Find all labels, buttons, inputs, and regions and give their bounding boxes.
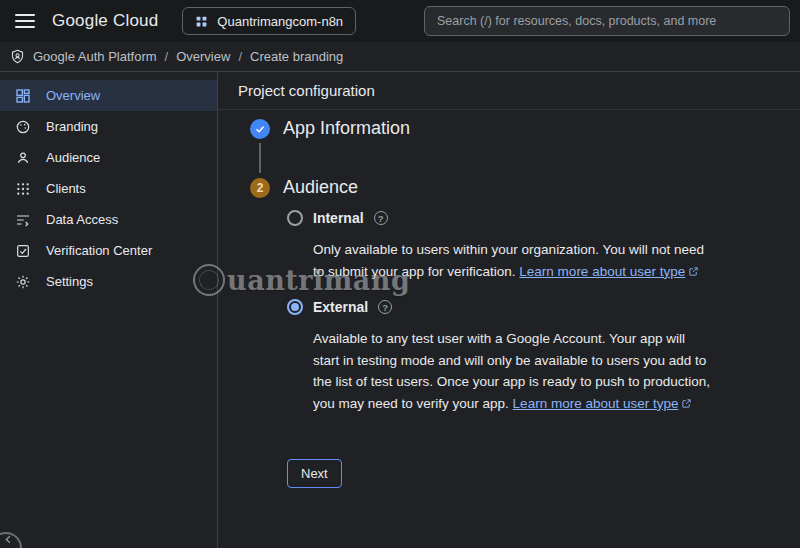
step-label: App Information — [283, 118, 410, 139]
radio-external[interactable]: External ? — [287, 299, 392, 315]
radio-internal-label: Internal — [313, 210, 364, 226]
search-input[interactable] — [424, 6, 790, 36]
internal-description: Only available to users within your orga… — [313, 239, 713, 283]
external-description: Available to any test user with a Google… — [313, 328, 713, 415]
sidebar-item-overview[interactable]: Overview — [0, 80, 217, 111]
breadcrumb-auth-platform[interactable]: Google Auth Platform — [33, 49, 157, 64]
step-completed-icon — [250, 119, 270, 139]
radio-external-circle — [287, 299, 303, 315]
breadcrumb-bar: Google Auth Platform / Overview / Create… — [0, 42, 800, 72]
audience-step-body: Internal ? Only available to users withi… — [287, 210, 800, 488]
page-title: Project configuration — [238, 82, 375, 99]
verification-center-icon — [14, 242, 32, 260]
step-app-information: App Information — [250, 118, 800, 139]
sidebar-item-label: Branding — [46, 119, 98, 134]
help-icon[interactable]: ? — [378, 300, 392, 314]
branding-icon — [14, 118, 32, 136]
audience-icon — [14, 149, 32, 167]
radio-internal-circle — [287, 210, 303, 226]
sidebar-item-audience[interactable]: Audience — [0, 142, 217, 173]
auth-platform-icon — [10, 49, 25, 64]
external-link-icon — [688, 262, 699, 284]
breadcrumb-separator: / — [238, 49, 242, 64]
google-cloud-logo[interactable]: Google Cloud — [52, 11, 158, 31]
breadcrumb-separator: / — [165, 49, 169, 64]
sidebar-item-verification-center[interactable]: Verification Center — [0, 235, 217, 266]
breadcrumb-create-branding[interactable]: Create branding — [250, 49, 343, 64]
learn-more-link[interactable]: Learn more about user type — [513, 396, 693, 411]
sidebar-item-branding[interactable]: Branding — [0, 111, 217, 142]
step-audience: 2 Audience — [250, 177, 800, 198]
radio-internal[interactable]: Internal ? — [287, 210, 388, 226]
breadcrumb-overview[interactable]: Overview — [176, 49, 230, 64]
sidebar-item-label: Audience — [46, 150, 100, 165]
help-icon[interactable]: ? — [374, 211, 388, 225]
overview-icon — [14, 87, 32, 105]
clients-icon — [14, 180, 32, 198]
step-label: Audience — [283, 177, 358, 198]
sidebar-item-settings[interactable]: Settings — [0, 266, 217, 297]
sidebar: Overview Branding Audience — [0, 72, 218, 548]
menu-icon[interactable] — [10, 6, 40, 36]
external-link-icon — [681, 394, 692, 416]
sidebar-item-label: Settings — [46, 274, 93, 289]
learn-more-link[interactable]: Learn more about user type — [519, 264, 699, 279]
sidebar-item-label: Overview — [46, 88, 100, 103]
project-selector[interactable]: Quantrimangcom-n8n — [182, 7, 356, 35]
next-button[interactable]: Next — [287, 459, 342, 488]
scroll-left-icon[interactable] — [3, 534, 14, 545]
sidebar-item-clients[interactable]: Clients — [0, 173, 217, 204]
breadcrumb: Google Auth Platform / Overview / Create… — [33, 49, 343, 64]
radio-external-label: External — [313, 299, 368, 315]
learn-more-link-text: Learn more about user type — [513, 396, 679, 411]
topbar: Google Cloud Quantrimangcom-n8n — [0, 0, 800, 42]
settings-icon — [14, 273, 32, 291]
app-shell: Overview Branding Audience — [0, 72, 800, 548]
project-configuration-wizard: App Information 2 Audience Internal ? On… — [218, 110, 800, 488]
step-connector — [259, 143, 261, 173]
project-name: Quantrimangcom-n8n — [217, 14, 343, 29]
data-access-icon — [14, 211, 32, 229]
main-header: Project configuration — [218, 72, 800, 110]
sidebar-item-data-access[interactable]: Data Access — [0, 204, 217, 235]
learn-more-link-text: Learn more about user type — [519, 264, 685, 279]
sidebar-item-label: Clients — [46, 181, 86, 196]
sidebar-item-label: Data Access — [46, 212, 118, 227]
step-number-icon: 2 — [250, 178, 270, 198]
project-icon — [195, 15, 208, 28]
sidebar-item-label: Verification Center — [46, 243, 152, 258]
main-panel: Project configuration App Information 2 … — [218, 72, 800, 548]
